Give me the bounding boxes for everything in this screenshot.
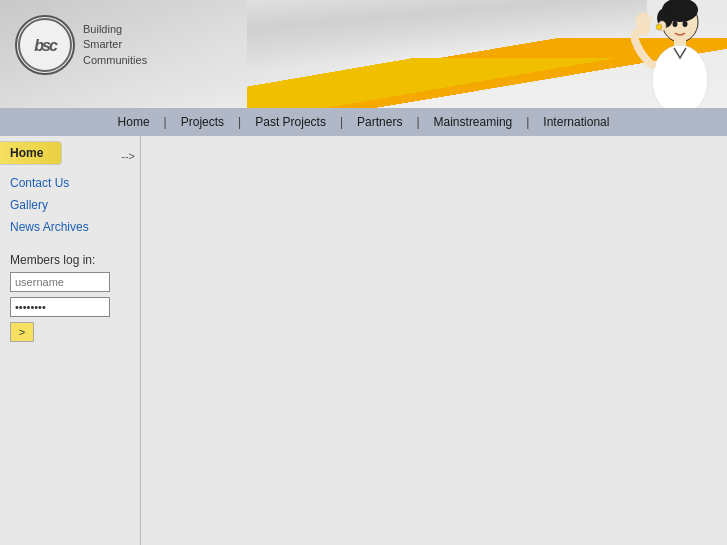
main-layout: Home --> Contact Us Gallery News Archive… — [0, 136, 727, 545]
nav-sep-2: | — [236, 115, 243, 129]
nav-sep-1: | — [162, 115, 169, 129]
nav-projects[interactable]: Projects — [169, 115, 236, 129]
logo-line1: Building — [83, 22, 147, 37]
svg-point-6 — [682, 21, 687, 27]
home-tab[interactable]: Home — [0, 141, 62, 165]
svg-text:bsc: bsc — [34, 37, 58, 54]
logo-line2: Smarter — [83, 37, 147, 52]
login-button[interactable]: > — [10, 322, 34, 342]
logo-line3: Communities — [83, 53, 147, 68]
nav-home[interactable]: Home — [106, 115, 162, 129]
navigation-bar: Home | Projects | Past Projects | Partne… — [0, 108, 727, 136]
header: bsc Building Smarter Communities — [0, 0, 727, 108]
svg-point-4 — [652, 45, 708, 108]
logo-area: bsc Building Smarter Communities — [15, 15, 147, 75]
members-label: Members log in: — [10, 253, 130, 267]
content-area — [141, 136, 727, 545]
arrow-indicator: --> — [62, 148, 140, 164]
svg-point-5 — [672, 21, 677, 27]
nav-international[interactable]: International — [531, 115, 621, 129]
nav-sep-5: | — [524, 115, 531, 129]
header-person-illustration — [602, 0, 722, 108]
members-login-section: Members log in: > — [0, 243, 140, 352]
password-input[interactable] — [10, 297, 110, 317]
logo-circle: bsc — [15, 15, 75, 75]
gallery-link[interactable]: Gallery — [0, 194, 140, 216]
nav-partners[interactable]: Partners — [345, 115, 414, 129]
contact-us-link[interactable]: Contact Us — [0, 172, 140, 194]
nav-sep-3: | — [338, 115, 345, 129]
nav-mainstreaming[interactable]: Mainstreaming — [422, 115, 525, 129]
logo-text: Building Smarter Communities — [83, 22, 147, 68]
nav-sep-4: | — [414, 115, 421, 129]
username-input[interactable] — [10, 272, 110, 292]
svg-point-8 — [656, 24, 662, 30]
nav-past-projects[interactable]: Past Projects — [243, 115, 338, 129]
sidebar: Home --> Contact Us Gallery News Archive… — [0, 136, 140, 545]
news-archives-link[interactable]: News Archives — [0, 216, 140, 238]
